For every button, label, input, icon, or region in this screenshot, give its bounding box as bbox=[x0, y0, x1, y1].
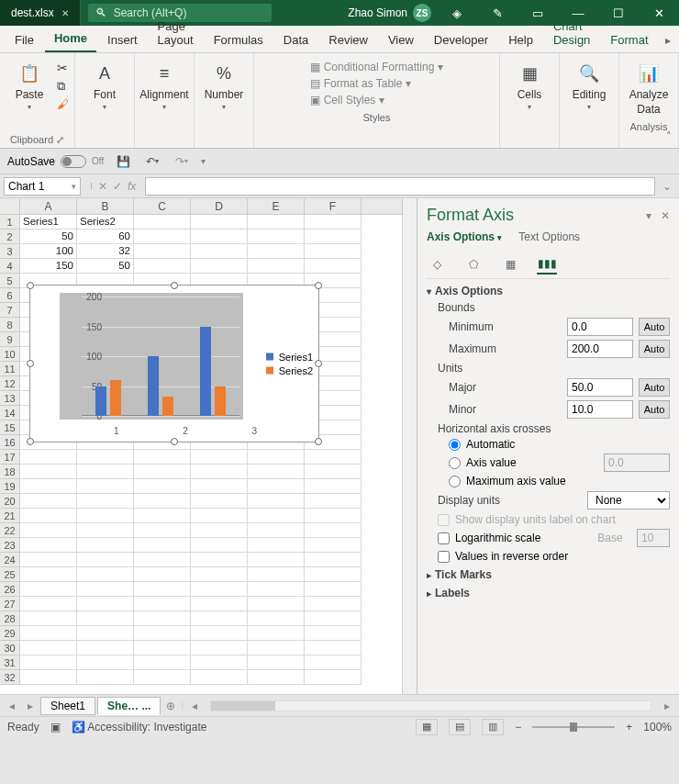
cells-group[interactable]: ▦ Cells ▾ bbox=[506, 57, 553, 115]
row-header[interactable]: 21 bbox=[0, 509, 19, 523]
tab-view[interactable]: View bbox=[379, 28, 423, 52]
auto-button[interactable]: Auto bbox=[639, 400, 670, 419]
chevron-down-icon[interactable]: ▾ bbox=[528, 103, 531, 111]
cell[interactable]: 32 bbox=[77, 244, 134, 259]
cell[interactable] bbox=[305, 670, 362, 685]
vertical-scrollbar[interactable] bbox=[402, 198, 417, 694]
cell[interactable] bbox=[134, 641, 191, 655]
col-header[interactable]: D bbox=[191, 198, 248, 214]
scroll-left-icon[interactable]: ◂ bbox=[186, 700, 203, 712]
zoom-slider[interactable] bbox=[532, 726, 615, 728]
bar[interactable] bbox=[110, 380, 121, 416]
cell[interactable] bbox=[191, 655, 248, 670]
cell[interactable] bbox=[77, 655, 134, 670]
section-labels[interactable]: ▸Labels bbox=[427, 587, 670, 599]
diamond-icon[interactable]: ◈ bbox=[437, 0, 477, 26]
dialog-launcher-icon[interactable]: ⤢ bbox=[56, 134, 64, 145]
scroll-right-icon[interactable]: ▸ bbox=[659, 700, 675, 712]
cell[interactable]: 50 bbox=[77, 259, 134, 274]
cell[interactable] bbox=[134, 655, 191, 670]
cell[interactable] bbox=[134, 230, 191, 244]
cell[interactable] bbox=[134, 670, 191, 685]
radio-automatic[interactable]: Automatic bbox=[449, 438, 670, 451]
chevron-down-icon[interactable]: ▾ bbox=[103, 103, 106, 111]
cell[interactable]: 100 bbox=[20, 244, 77, 259]
section-axis-options[interactable]: ▾Axis Options bbox=[427, 285, 670, 297]
cell[interactable] bbox=[20, 450, 77, 465]
toggle-icon[interactable] bbox=[61, 155, 86, 168]
formula-input[interactable] bbox=[145, 177, 655, 196]
col-header[interactable]: E bbox=[248, 198, 305, 214]
section-tick-marks[interactable]: ▸Tick Marks bbox=[427, 568, 670, 581]
cell[interactable]: 50 bbox=[20, 230, 77, 244]
bar[interactable] bbox=[148, 356, 159, 416]
cell[interactable] bbox=[305, 450, 362, 465]
auto-button[interactable]: Auto bbox=[639, 340, 670, 358]
reverse-order-check[interactable]: Values in reverse order bbox=[438, 550, 670, 563]
format-painter-icon[interactable]: 🖌 bbox=[57, 97, 69, 111]
row-header[interactable]: 13 bbox=[0, 391, 19, 406]
cut-icon[interactable]: ✂ bbox=[57, 61, 69, 75]
cell[interactable] bbox=[248, 641, 305, 655]
row-header[interactable]: 7 bbox=[0, 303, 19, 318]
radio-axis-value[interactable]: Axis value bbox=[449, 454, 670, 472]
bounds-max-input[interactable] bbox=[567, 340, 633, 358]
cell[interactable] bbox=[134, 553, 191, 567]
cell[interactable] bbox=[77, 553, 134, 567]
close-window-icon[interactable]: ✕ bbox=[639, 0, 679, 26]
row-header[interactable]: 27 bbox=[0, 597, 19, 611]
cell[interactable] bbox=[248, 670, 305, 685]
row-header[interactable]: 8 bbox=[0, 318, 19, 332]
row-header[interactable]: 29 bbox=[0, 626, 19, 641]
cell[interactable] bbox=[20, 465, 77, 479]
cell[interactable] bbox=[77, 538, 134, 553]
cell[interactable] bbox=[305, 523, 362, 538]
cell[interactable] bbox=[248, 244, 305, 259]
cell[interactable] bbox=[305, 465, 362, 479]
cell[interactable]: Series2 bbox=[77, 215, 134, 230]
cell[interactable] bbox=[20, 567, 77, 582]
cell[interactable] bbox=[134, 509, 191, 523]
tab-developer[interactable]: Developer bbox=[425, 28, 497, 52]
cell[interactable] bbox=[248, 450, 305, 465]
horizontal-scrollbar[interactable] bbox=[210, 700, 651, 711]
format-as-table-button[interactable]: ▤Format as Table ▾ bbox=[310, 77, 444, 90]
collapse-ribbon-icon[interactable]: ˄ bbox=[664, 129, 673, 144]
cell[interactable] bbox=[77, 479, 134, 494]
user-area[interactable]: Zhao Simon ZS bbox=[342, 4, 437, 22]
cell[interactable] bbox=[305, 259, 362, 274]
cell[interactable] bbox=[305, 538, 362, 553]
cell[interactable] bbox=[134, 523, 191, 538]
cell[interactable] bbox=[134, 465, 191, 479]
redo-icon[interactable]: ↷ ▾ bbox=[172, 151, 192, 172]
prev-sheet-icon[interactable]: ◂ bbox=[4, 700, 20, 712]
cell[interactable] bbox=[191, 626, 248, 641]
cell[interactable] bbox=[20, 523, 77, 538]
fx-icon[interactable]: fx bbox=[128, 180, 136, 193]
zoom-percent[interactable]: 100% bbox=[643, 721, 672, 734]
size-props-icon[interactable]: ▦ bbox=[500, 254, 520, 274]
cell[interactable] bbox=[77, 670, 134, 685]
cell[interactable] bbox=[248, 523, 305, 538]
cell[interactable] bbox=[305, 215, 362, 230]
chevron-down-icon[interactable]: ▾ bbox=[162, 103, 166, 111]
cell[interactable] bbox=[191, 215, 248, 230]
tab-home[interactable]: Home bbox=[45, 26, 96, 52]
row-header[interactable]: 5 bbox=[0, 274, 19, 288]
cell[interactable] bbox=[248, 611, 305, 626]
cell[interactable] bbox=[134, 494, 191, 509]
cell[interactable] bbox=[20, 582, 77, 597]
row-header[interactable]: 32 bbox=[0, 670, 19, 685]
cell[interactable] bbox=[134, 567, 191, 582]
row-header[interactable]: 19 bbox=[0, 479, 19, 494]
row-header[interactable]: 11 bbox=[0, 362, 19, 376]
row-header[interactable]: 14 bbox=[0, 406, 19, 420]
bar[interactable] bbox=[95, 386, 106, 417]
undo-icon[interactable]: ↶ ▾ bbox=[142, 151, 162, 172]
cell[interactable] bbox=[248, 553, 305, 567]
row-header[interactable]: 20 bbox=[0, 494, 19, 509]
fill-line-icon[interactable]: ◇ bbox=[427, 254, 447, 274]
tab-chart-design[interactable]: Chart Design bbox=[544, 14, 599, 52]
bar[interactable] bbox=[162, 397, 173, 416]
record-macro-icon[interactable]: ▣ bbox=[50, 721, 61, 734]
